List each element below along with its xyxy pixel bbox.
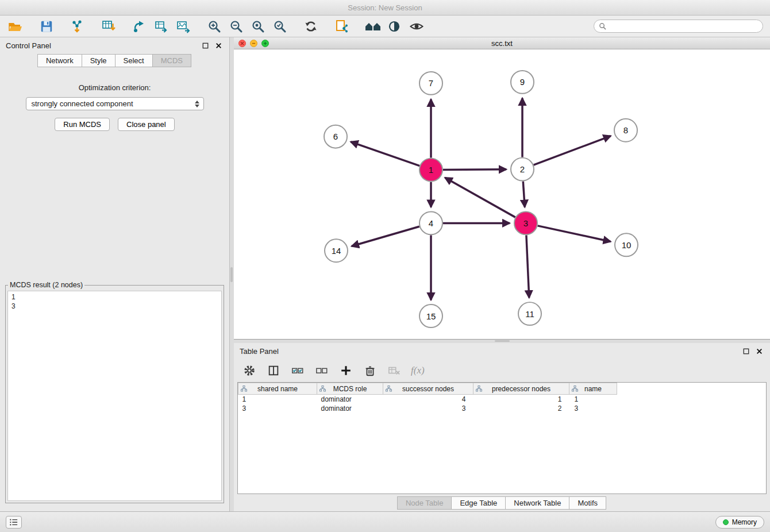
graph-node-8[interactable]: 8 [614, 119, 637, 142]
vertical-splitter[interactable] [230, 37, 234, 511]
control-panel-float-button[interactable] [201, 41, 210, 51]
first-neighbors-button[interactable] [364, 18, 382, 35]
node-table: shared name MCDS role successor nodes [238, 383, 766, 413]
table-row[interactable]: 3 dominator 3 2 3 [238, 404, 767, 413]
float-window-icon [202, 43, 209, 49]
column-header-name[interactable]: name [569, 383, 617, 395]
maximize-icon [263, 41, 267, 45]
table-cell[interactable]: 3 [238, 404, 317, 413]
function-builder-button[interactable]: f(x) [411, 365, 425, 376]
column-header-predecessor-nodes[interactable]: predecessor nodes [473, 383, 569, 395]
mcds-panel: Optimization criterion: strongly connect… [0, 71, 229, 511]
table-cell[interactable]: 4 [383, 395, 473, 404]
run-mcds-button[interactable]: Run MCDS [55, 118, 110, 131]
refresh-icon [303, 19, 318, 34]
control-panel: Control Panel Network Style Select MCDS … [0, 37, 230, 511]
table-panel: Table Panel [234, 343, 770, 511]
zoom-fit-button[interactable] [249, 18, 267, 35]
memory-button[interactable]: Memory [715, 516, 764, 529]
tab-edge-table[interactable]: Edge Table [451, 496, 506, 510]
task-history-button[interactable] [6, 516, 22, 529]
optimization-criterion-select[interactable]: strongly connected component [26, 97, 204, 110]
search-input[interactable] [609, 22, 758, 30]
zoom-out-button[interactable] [228, 18, 245, 35]
graph-node-6[interactable]: 6 [324, 125, 347, 148]
zoom-in-button[interactable] [206, 18, 223, 35]
show-hide-button[interactable] [408, 18, 425, 35]
export-table-button[interactable] [153, 18, 170, 35]
mcds-result-list[interactable]: 1 3 [7, 291, 222, 501]
close-panel-button[interactable]: Close panel [118, 118, 175, 131]
window-close-button[interactable] [238, 40, 246, 47]
control-panel-close-button[interactable] [214, 41, 224, 51]
open-file-button[interactable] [7, 18, 24, 35]
refresh-button[interactable] [302, 18, 319, 35]
edge-1-2[interactable] [443, 169, 506, 170]
table-cell[interactable]: 2 [473, 404, 569, 413]
graph-node-11[interactable]: 11 [518, 302, 541, 325]
plus-icon [340, 364, 352, 377]
table-cell[interactable]: dominator [317, 395, 383, 404]
graph-node-2[interactable]: 2 [511, 158, 534, 181]
horizontal-splitter[interactable] [234, 340, 770, 343]
table-row[interactable]: 1 dominator 4 1 1 [238, 395, 767, 404]
select-all-rows-button[interactable] [290, 363, 305, 378]
graph-node-15[interactable]: 15 [419, 304, 442, 327]
table-cell[interactable]: 1 [238, 395, 317, 404]
save-session-button[interactable] [38, 18, 55, 35]
edge-1-6[interactable] [351, 142, 419, 166]
edge-2-3[interactable] [523, 182, 525, 207]
tab-network[interactable]: Network [37, 54, 82, 67]
column-header-successor-nodes[interactable]: successor nodes [383, 383, 473, 395]
graph-node-14[interactable]: 14 [325, 239, 348, 262]
deselect-all-rows-button[interactable] [314, 363, 329, 378]
edge-3-1[interactable] [445, 178, 515, 217]
delete-column-button[interactable] [363, 363, 378, 378]
table-panel-float-button[interactable] [741, 346, 751, 356]
task-list-icon [9, 518, 18, 526]
table-settings-button[interactable] [242, 363, 257, 378]
table-cell[interactable]: 1 [569, 395, 617, 404]
svg-text:10: 10 [622, 240, 632, 250]
edge-3-11[interactable] [526, 235, 529, 298]
show-columns-button[interactable] [266, 363, 281, 378]
edge-4-14[interactable] [352, 226, 419, 246]
svg-text:3: 3 [523, 218, 528, 228]
graph-node-1[interactable]: 1 [419, 159, 442, 182]
delete-table-button[interactable] [387, 363, 402, 378]
table-cell[interactable]: 1 [473, 395, 569, 404]
window-minimize-button[interactable] [250, 40, 257, 47]
table-cell[interactable]: 3 [383, 404, 473, 413]
zoom-selected-button[interactable] [271, 18, 288, 35]
graph-node-9[interactable]: 9 [511, 71, 534, 94]
tab-select[interactable]: Select [115, 54, 153, 67]
tab-node-table[interactable]: Node Table [397, 496, 452, 510]
export-network-button[interactable] [131, 18, 148, 35]
graph-node-7[interactable]: 7 [419, 72, 442, 95]
column-attribute-icon [386, 385, 392, 394]
session-file-button[interactable] [333, 18, 351, 35]
table-panel-close-button[interactable] [754, 346, 764, 356]
tab-motifs[interactable]: Motifs [569, 496, 606, 510]
graph-node-10[interactable]: 10 [615, 233, 638, 256]
window-zoom-button[interactable] [261, 40, 269, 47]
network-canvas[interactable]: 7968124314101511 [234, 49, 770, 339]
graph-node-3[interactable]: 3 [514, 211, 537, 234]
column-header-mcds-role[interactable]: MCDS role [317, 383, 383, 395]
table-cell[interactable]: dominator [317, 404, 383, 413]
tab-mcds[interactable]: MCDS [152, 54, 191, 67]
create-column-button[interactable] [338, 363, 353, 378]
table-header-row: shared name MCDS role successor nodes [238, 383, 767, 395]
import-network-button[interactable] [69, 18, 86, 35]
edge-3-10[interactable] [538, 226, 611, 242]
graph-node-4[interactable]: 4 [419, 211, 442, 234]
style-paint-button[interactable] [386, 18, 403, 35]
tab-style[interactable]: Style [82, 54, 116, 67]
export-image-button[interactable] [175, 18, 192, 35]
tab-network-table[interactable]: Network Table [505, 496, 569, 510]
table-cell[interactable]: 3 [569, 404, 617, 413]
edge-2-8[interactable] [534, 136, 611, 165]
import-table-button[interactable] [100, 18, 117, 35]
column-attribute-icon [572, 385, 578, 394]
column-header-shared-name[interactable]: shared name [238, 383, 317, 395]
